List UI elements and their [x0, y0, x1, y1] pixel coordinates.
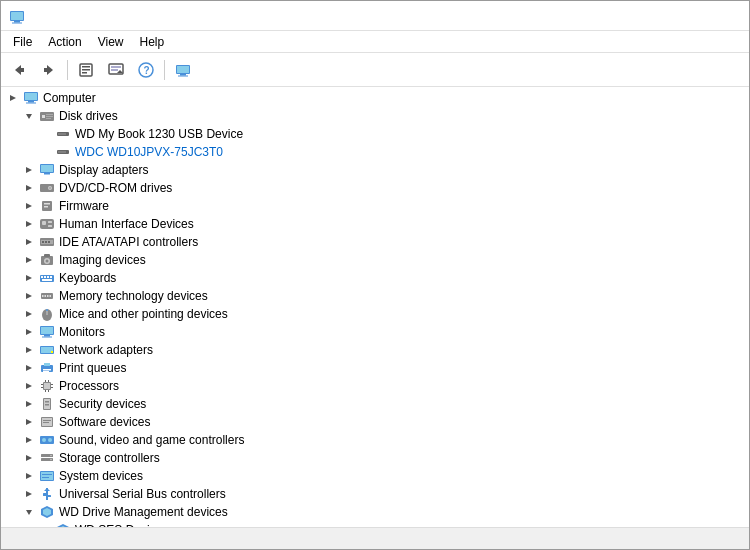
- tree-item-wdc-wd10[interactable]: WDC WD10JPVX-75JC3T0: [1, 143, 749, 161]
- svg-point-44: [49, 187, 51, 189]
- svg-rect-10: [82, 69, 90, 71]
- menu-view[interactable]: View: [90, 33, 132, 51]
- expand-icon-display-adapters[interactable]: [21, 162, 37, 178]
- tree-item-firmware[interactable]: Firmware: [1, 197, 749, 215]
- tree-item-system[interactable]: System devices: [1, 467, 749, 485]
- svg-point-124: [50, 455, 52, 457]
- tree-item-hid[interactable]: Human Interface Devices: [1, 215, 749, 233]
- expand-icon-computer[interactable]: [5, 90, 21, 106]
- svg-marker-22: [10, 95, 16, 101]
- expand-icon-processors[interactable]: [21, 378, 37, 394]
- expand-icon-keyboards[interactable]: [21, 270, 37, 286]
- expand-icon-ide[interactable]: [21, 234, 37, 250]
- tree-item-sound[interactable]: Sound, video and game controllers: [1, 431, 749, 449]
- toolbar-devmgr[interactable]: [169, 56, 197, 84]
- tree-item-usb[interactable]: Universal Serial Bus controllers: [1, 485, 749, 503]
- minimize-button[interactable]: [599, 1, 645, 31]
- svg-marker-107: [26, 401, 32, 407]
- toolbar-back[interactable]: [5, 56, 33, 84]
- disk-folder-icon: [39, 108, 55, 124]
- expand-icon-sound[interactable]: [21, 432, 37, 448]
- disk-line-icon: [55, 144, 71, 160]
- svg-rect-98: [44, 383, 50, 389]
- expand-icon-system[interactable]: [21, 468, 37, 484]
- svg-marker-117: [26, 437, 32, 443]
- svg-rect-76: [47, 295, 49, 297]
- tree-item-computer[interactable]: Computer: [1, 89, 749, 107]
- tree-item-network[interactable]: Network adapters: [1, 341, 749, 359]
- expand-icon-dvd-rom[interactable]: [21, 180, 37, 196]
- svg-rect-93: [44, 363, 50, 366]
- tree-item-imaging[interactable]: Imaging devices: [1, 251, 749, 269]
- menu-file[interactable]: File: [5, 33, 40, 51]
- tree-item-display-adapters[interactable]: Display adapters: [1, 161, 749, 179]
- tree-item-mice[interactable]: Mice and other pointing devices: [1, 305, 749, 323]
- svg-marker-60: [26, 257, 32, 263]
- expand-icon-imaging[interactable]: [21, 252, 37, 268]
- hid-icon: [39, 216, 55, 232]
- toolbar-sep-1: [67, 60, 68, 80]
- expand-icon-disk-drives[interactable]: [21, 108, 37, 124]
- sound-icon: [39, 432, 55, 448]
- tree-item-wd-mybook[interactable]: WD My Book 1230 USB Device: [1, 125, 749, 143]
- svg-marker-6: [47, 65, 53, 75]
- expand-icon-usb[interactable]: [21, 486, 37, 502]
- expand-icon-memory[interactable]: [21, 288, 37, 304]
- tree-item-ide[interactable]: IDE ATA/ATAPI controllers: [1, 233, 749, 251]
- tree-label-memory: Memory technology devices: [59, 289, 208, 303]
- tree-item-disk-drives[interactable]: Disk drives: [1, 107, 749, 125]
- tree-item-wd-mgmt[interactable]: WD Drive Management devices: [1, 503, 749, 521]
- tree-item-processors[interactable]: Processors: [1, 377, 749, 395]
- expand-icon-wd-mgmt[interactable]: [21, 504, 37, 520]
- toolbar-forward[interactable]: [35, 56, 63, 84]
- svg-rect-14: [111, 69, 118, 71]
- svg-rect-53: [48, 225, 52, 227]
- svg-marker-54: [26, 239, 32, 245]
- tree-label-hid: Human Interface Devices: [59, 217, 194, 231]
- expand-icon-security[interactable]: [21, 396, 37, 412]
- toolbar-help[interactable]: ?: [132, 56, 160, 84]
- tree-label-disk-drives: Disk drives: [59, 109, 118, 123]
- display-icon: [39, 162, 55, 178]
- svg-marker-72: [26, 293, 32, 299]
- toolbar-properties[interactable]: [72, 56, 100, 84]
- tree-item-software[interactable]: Software devices: [1, 413, 749, 431]
- tree-item-security[interactable]: Security devices: [1, 395, 749, 413]
- toolbar-update[interactable]: [102, 56, 130, 84]
- close-button[interactable]: [695, 1, 741, 31]
- svg-rect-7: [44, 68, 47, 72]
- svg-rect-115: [43, 420, 51, 421]
- menu-action[interactable]: Action: [40, 33, 89, 51]
- expand-icon-storage[interactable]: [21, 450, 37, 466]
- imaging-icon: [39, 252, 55, 268]
- tree-label-network: Network adapters: [59, 343, 153, 357]
- ide-icon: [39, 234, 55, 250]
- svg-marker-41: [26, 185, 32, 191]
- expand-icon-firmware[interactable]: [21, 198, 37, 214]
- menu-help[interactable]: Help: [132, 33, 173, 51]
- tree-item-keyboards[interactable]: Keyboards: [1, 269, 749, 287]
- expand-icon-software[interactable]: [21, 414, 37, 430]
- tree-label-processors: Processors: [59, 379, 119, 393]
- tree-item-dvd-rom[interactable]: DVD/CD-ROM drives: [1, 179, 749, 197]
- svg-point-125: [50, 459, 52, 461]
- expand-icon-mice[interactable]: [21, 306, 37, 322]
- device-tree[interactable]: ComputerDisk drivesWD My Book 1230 USB D…: [1, 87, 749, 527]
- memory-icon: [39, 288, 55, 304]
- tree-item-memory[interactable]: Memory technology devices: [1, 287, 749, 305]
- maximize-button[interactable]: [647, 1, 693, 31]
- expand-icon-print[interactable]: [21, 360, 37, 376]
- expand-icon-network[interactable]: [21, 342, 37, 358]
- svg-rect-47: [44, 203, 50, 205]
- svg-rect-106: [48, 390, 49, 392]
- system-icon: [39, 468, 55, 484]
- svg-rect-130: [42, 477, 49, 478]
- expand-icon-hid[interactable]: [21, 216, 37, 232]
- tree-label-software: Software devices: [59, 415, 150, 429]
- tree-item-monitors[interactable]: Monitors: [1, 323, 749, 341]
- tree-item-print[interactable]: Print queues: [1, 359, 749, 377]
- tree-item-storage[interactable]: Storage controllers: [1, 449, 749, 467]
- expand-icon-monitors[interactable]: [21, 324, 37, 340]
- svg-rect-59: [48, 241, 50, 243]
- svg-rect-90: [51, 351, 53, 353]
